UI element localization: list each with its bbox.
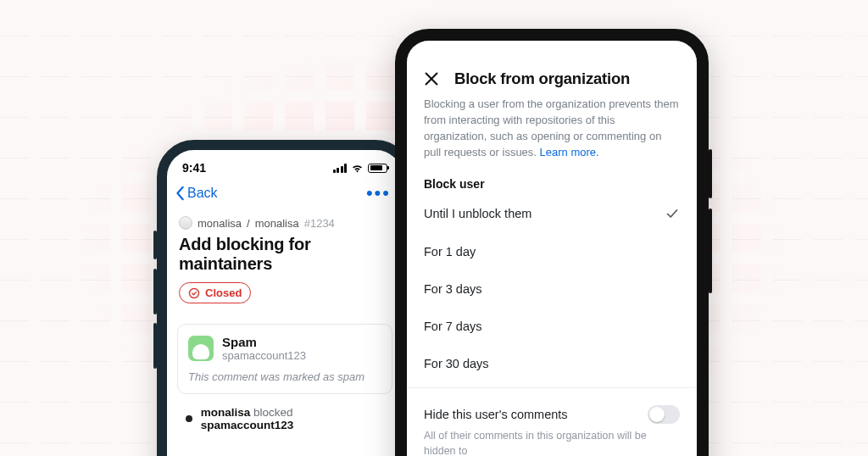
closed-state-icon xyxy=(188,287,200,299)
author-name: Spam xyxy=(222,335,306,349)
sheet-header: Block from organization xyxy=(407,41,697,93)
issue-state-badge: Closed xyxy=(179,282,251,303)
event-target: spamaccount123 xyxy=(201,419,294,431)
breadcrumb-separator: / xyxy=(247,217,250,230)
block-option-1-day[interactable]: For 1 day xyxy=(407,233,697,270)
comment-author: Spam spamaccount123 xyxy=(178,325,392,364)
block-option-7-days[interactable]: For 7 days xyxy=(407,308,697,345)
android-side-button xyxy=(709,209,712,293)
learn-more-link[interactable]: Learn more. xyxy=(540,146,599,158)
owner-avatar-icon xyxy=(179,216,192,230)
breadcrumb-owner: monalisa xyxy=(198,217,242,230)
android-screen: Block from organization Blocking a user … xyxy=(407,41,697,456)
status-time: 9:41 xyxy=(182,161,206,175)
option-label: For 3 days xyxy=(424,282,482,296)
hide-comments-label: Hide this user's comments xyxy=(424,408,568,421)
author-avatar-icon xyxy=(188,336,214,361)
block-duration-heading: Block user xyxy=(407,169,697,194)
back-button[interactable]: Back xyxy=(175,186,218,201)
ios-nav-bar: Back ••• xyxy=(167,181,403,211)
timeline-event: monalisa blocked spamaccount123 xyxy=(186,406,384,431)
chevron-left-icon xyxy=(175,186,186,201)
iphone-side-button xyxy=(153,323,157,369)
breadcrumb-repo: monalisa xyxy=(255,217,299,230)
iphone-device-frame: 9:41 Back ••• monalisa / monalisa #1234 xyxy=(157,140,413,456)
ios-status-bar: 9:41 xyxy=(167,150,403,181)
event-verb: blocked xyxy=(253,406,293,419)
svg-point-0 xyxy=(189,288,198,298)
checkmark-icon xyxy=(665,206,680,221)
hide-comments-subtext: All of their comments in this organizati… xyxy=(407,427,697,456)
cellular-signal-icon xyxy=(333,164,348,173)
divider xyxy=(407,387,697,388)
hide-comments-switch[interactable] xyxy=(648,405,680,424)
timeline-dot-icon xyxy=(186,415,192,422)
issue-state-label: Closed xyxy=(205,286,242,299)
hide-comments-toggle-row[interactable]: Hide this user's comments xyxy=(407,393,697,427)
issue-title: Add blocking for maintainers xyxy=(179,235,391,274)
sheet-title: Block from organization xyxy=(454,70,630,88)
iphone-side-button xyxy=(153,231,157,259)
more-actions-button[interactable]: ••• xyxy=(366,182,394,204)
iphone-screen: 9:41 Back ••• monalisa / monalisa #1234 xyxy=(167,150,403,456)
option-label: Until I unblock them xyxy=(424,207,531,220)
issue-header: monalisa / monalisa #1234 Add blocking f… xyxy=(167,211,403,312)
iphone-side-button xyxy=(153,269,157,314)
android-side-button xyxy=(709,149,712,198)
close-button[interactable] xyxy=(422,70,441,88)
option-label: For 1 day xyxy=(424,245,476,259)
block-option-3-days[interactable]: For 3 days xyxy=(407,270,697,308)
android-device-frame: Block from organization Blocking a user … xyxy=(395,29,709,456)
sheet-description: Blocking a user from the organization pr… xyxy=(407,93,697,169)
option-label: For 7 days xyxy=(424,320,482,333)
back-label: Back xyxy=(187,186,218,201)
wifi-icon xyxy=(351,164,364,173)
comment-card[interactable]: Spam spamaccount123 This comment was mar… xyxy=(177,324,392,394)
battery-icon xyxy=(368,164,387,173)
event-actor: monalisa xyxy=(201,406,251,419)
spam-notice: This comment was marked as spam xyxy=(178,364,392,393)
block-option-until-unblock[interactable]: Until I unblock them xyxy=(407,194,697,233)
author-handle: spamaccount123 xyxy=(222,349,306,362)
issue-number: #1234 xyxy=(304,217,335,230)
block-option-30-days[interactable]: For 30 days xyxy=(407,345,697,382)
option-label: For 30 days xyxy=(424,357,489,370)
breadcrumb[interactable]: monalisa / monalisa #1234 xyxy=(179,216,391,230)
